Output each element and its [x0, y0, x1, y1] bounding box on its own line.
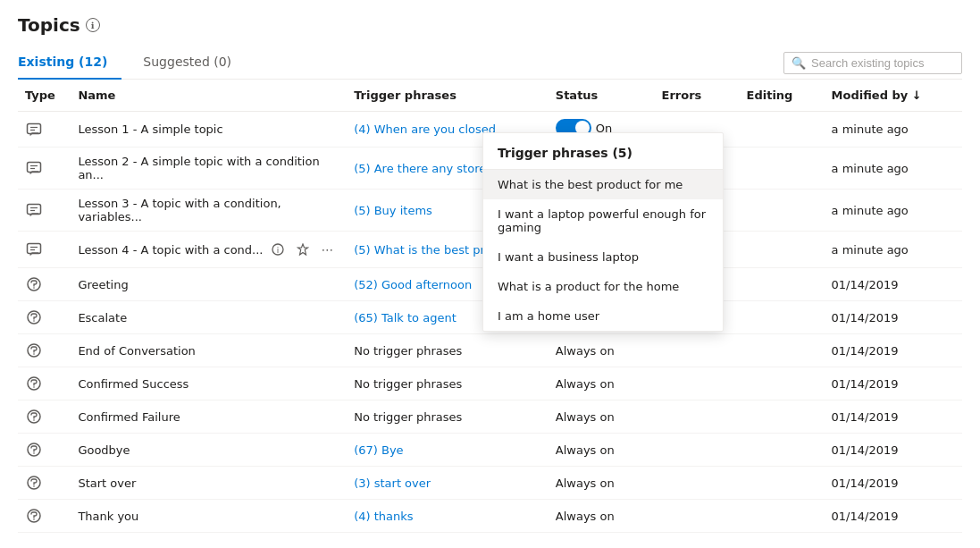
- type-cell: [18, 367, 71, 400]
- svg-text:i: i: [276, 246, 279, 255]
- modified-cell: 01/14/2019: [825, 268, 962, 301]
- system-topic-icon: [25, 275, 43, 293]
- modified-cell: 01/14/2019: [825, 301, 962, 334]
- system-topic-icon: [25, 341, 43, 359]
- modified-cell: a minute ago: [825, 232, 962, 268]
- svg-point-23: [33, 419, 35, 421]
- type-cell: [18, 190, 71, 232]
- svg-rect-3: [28, 163, 41, 173]
- modified-cell: 01/14/2019: [825, 434, 962, 467]
- page-title: Topics ℹ: [18, 14, 962, 36]
- modified-cell: 01/14/2019: [825, 467, 962, 500]
- tab-suggested[interactable]: Suggested (0): [143, 47, 246, 80]
- errors-cell: [655, 434, 740, 467]
- table-row: Confirmed SuccessNo trigger phrasesAlway…: [18, 367, 962, 400]
- name-cell: Greeting: [71, 268, 347, 301]
- modified-cell: 01/14/2019: [825, 400, 962, 434]
- always-on-label: Always on: [556, 344, 615, 358]
- trigger-link[interactable]: (67) Bye: [354, 443, 403, 457]
- search-box[interactable]: 🔍: [783, 52, 962, 74]
- svg-point-19: [33, 353, 35, 355]
- svg-rect-9: [28, 244, 41, 254]
- type-cell: [18, 148, 71, 190]
- trigger-link[interactable]: (65) Talk to agent: [354, 311, 456, 325]
- always-on-label: Always on: [556, 476, 615, 490]
- editing-cell: [740, 112, 825, 148]
- trigger-link[interactable]: (3) start over: [354, 476, 431, 490]
- search-input[interactable]: [811, 56, 954, 70]
- name-cell: Thank you: [71, 500, 347, 533]
- col-header-status: Status: [549, 80, 655, 112]
- popup-phrase-item[interactable]: What is the best product for me: [483, 170, 723, 199]
- svg-rect-0: [28, 123, 41, 133]
- errors-cell: [655, 367, 740, 400]
- popup-phrase-item[interactable]: I want a laptop powerful enough for gami…: [483, 199, 723, 242]
- page-container: Topics ℹ Existing (12) Suggested (0) 🔍 T…: [0, 0, 980, 548]
- type-cell: [18, 467, 71, 500]
- modified-cell: a minute ago: [825, 190, 962, 232]
- table-row: Start over(3) start overAlways on01/14/2…: [18, 467, 962, 500]
- svg-rect-6: [28, 205, 41, 215]
- editing-cell: [740, 500, 825, 533]
- name-cell: Lesson 1 - A simple topic: [71, 112, 347, 148]
- tabs-container: Existing (12) Suggested (0): [18, 46, 267, 79]
- status-cell: Always on: [549, 467, 655, 500]
- modified-cell: a minute ago: [825, 148, 962, 190]
- tab-existing[interactable]: Existing (12): [18, 47, 121, 80]
- modified-cell: 01/14/2019: [825, 334, 962, 367]
- name-cell: Goodbye: [71, 434, 347, 467]
- system-topic-icon: [25, 375, 43, 392]
- errors-cell: [655, 334, 740, 367]
- system-topic-icon: [25, 308, 43, 326]
- svg-point-27: [33, 485, 35, 487]
- popup-phrase-item[interactable]: I want a business laptop: [483, 242, 723, 272]
- trigger-link[interactable]: (4) When are you closed: [354, 122, 496, 136]
- always-on-label: Always on: [556, 410, 615, 424]
- svg-point-17: [33, 320, 35, 322]
- type-cell: [18, 334, 71, 367]
- status-cell: Always on: [549, 500, 655, 533]
- trigger-link[interactable]: (52) Good afternoon: [354, 278, 472, 291]
- errors-cell: [655, 467, 740, 500]
- trigger-cell: (67) Bye: [347, 434, 549, 467]
- trigger-cell: No trigger phrases: [347, 334, 549, 367]
- trigger-link[interactable]: (4) thanks: [354, 510, 413, 523]
- row-info-icon[interactable]: i: [267, 239, 289, 260]
- editing-cell: [740, 148, 825, 190]
- col-header-trigger: Trigger phrases: [347, 80, 549, 112]
- col-header-modified[interactable]: Modified by ↓: [825, 80, 962, 112]
- svg-point-29: [33, 518, 35, 520]
- always-on-label: Always on: [556, 443, 615, 457]
- row-more-icon[interactable]: ⋯: [317, 239, 339, 260]
- col-header-errors: Errors: [655, 80, 740, 112]
- type-cell: [18, 232, 71, 268]
- editing-cell: [740, 301, 825, 334]
- popup-title: Trigger phrases (5): [483, 133, 723, 170]
- always-on-label: Always on: [556, 510, 615, 523]
- type-cell: [18, 400, 71, 434]
- chat-topic-icon: [25, 201, 43, 219]
- name-cell: Lesson 4 - A topic with a cond...i⋯: [71, 232, 347, 268]
- errors-cell: [655, 400, 740, 434]
- row-pin-icon[interactable]: [292, 239, 314, 260]
- modified-cell: a minute ago: [825, 112, 962, 148]
- modified-cell: 01/14/2019: [825, 500, 962, 533]
- trigger-link[interactable]: (5) Buy items: [354, 204, 432, 217]
- always-on-label: Always on: [556, 377, 615, 391]
- table-row: Thank you(4) thanksAlways on01/14/2019: [18, 500, 962, 533]
- popup-phrase-item[interactable]: What is a product for the home: [483, 272, 723, 301]
- status-cell: Always on: [549, 400, 655, 434]
- col-header-type: Type: [18, 80, 71, 112]
- popup-phrase-item[interactable]: I am a home user: [483, 301, 723, 331]
- editing-cell: [740, 190, 825, 232]
- type-cell: [18, 434, 71, 467]
- system-topic-icon: [25, 507, 43, 525]
- info-icon[interactable]: ℹ: [86, 18, 100, 32]
- svg-point-21: [33, 386, 35, 388]
- tabs-row: Existing (12) Suggested (0) 🔍: [18, 46, 962, 80]
- svg-point-25: [33, 452, 35, 454]
- table-row: End of ConversationNo trigger phrasesAlw…: [18, 334, 962, 367]
- editing-cell: [740, 232, 825, 268]
- name-cell: Escalate: [71, 301, 347, 334]
- trigger-cell: No trigger phrases: [347, 367, 549, 400]
